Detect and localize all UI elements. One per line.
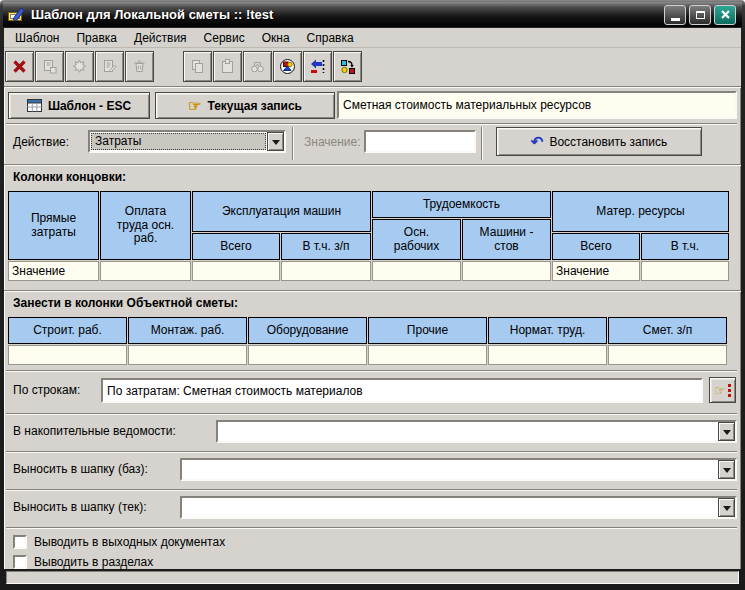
- app-window: Шаблон для Локальной сметы :: !test Шабл…: [0, 0, 745, 590]
- minimize-button[interactable]: [664, 5, 686, 25]
- current-record-button[interactable]: ☞ Текущая запись: [155, 92, 335, 119]
- cell-labor-pay-value[interactable]: [100, 261, 191, 281]
- output-sections-checkbox[interactable]: [13, 555, 27, 569]
- menu-item-edit[interactable]: Правка: [69, 29, 124, 47]
- value-input[interactable]: [364, 130, 476, 153]
- th-labor-group: Трудоемкость: [372, 191, 551, 218]
- cumulative-statements-label: В накопительные ведомости:: [13, 424, 176, 438]
- cell-equipment-value[interactable]: [248, 345, 367, 365]
- save-record-icon: [41, 58, 58, 75]
- ending-columns-table: Прямые затраты Оплата труда осн. раб. Эк…: [8, 191, 729, 281]
- section-ending-columns: Колонки концовки:: [4, 164, 741, 189]
- action-combobox[interactable]: Затраты: [88, 130, 286, 153]
- cell-machinists-value[interactable]: [462, 261, 551, 281]
- output-documents-checkbox[interactable]: [13, 535, 27, 549]
- chevron-down-icon: [723, 468, 731, 477]
- cell-materials-incl-value[interactable]: [641, 261, 729, 281]
- app-icon: [7, 6, 25, 23]
- chevron-down-icon: [272, 140, 280, 149]
- cell-machines-salary-value[interactable]: [281, 261, 371, 281]
- cell-normative-labor-value[interactable]: [488, 345, 607, 365]
- find-button[interactable]: [243, 51, 272, 82]
- copy-button[interactable]: [183, 51, 212, 82]
- paste-icon: [219, 58, 236, 75]
- template-esc-button[interactable]: Шаблон - ESC: [8, 92, 150, 119]
- minimize-icon: [671, 18, 680, 21]
- form-content: Шаблон - ESC ☞ Текущая запись Действие: …: [4, 86, 741, 569]
- edit-record-button[interactable]: [95, 51, 124, 82]
- by-rows-picker-button[interactable]: ☞: [709, 377, 736, 403]
- th-machines-total: Всего: [192, 233, 280, 260]
- cumulative-statements-combobox[interactable]: [216, 420, 737, 443]
- titlebar: Шаблон для Локальной сметы :: !test: [3, 2, 742, 27]
- paste-button[interactable]: [213, 51, 242, 82]
- cell-estimate-salary-value[interactable]: [608, 345, 727, 365]
- record-value-field[interactable]: [337, 91, 737, 119]
- action-combobox-arrow-button[interactable]: [267, 132, 284, 151]
- divider: [292, 127, 294, 160]
- cell-direct-costs-value[interactable]: Значение: [8, 261, 99, 281]
- th-installation-works: Монтаж. раб.: [128, 317, 247, 344]
- divider: [6, 123, 737, 125]
- output-documents-label: Выводить в выходных документах: [34, 535, 225, 549]
- by-rows-input[interactable]: [101, 378, 703, 403]
- trash-icon: [131, 58, 148, 75]
- window-title: Шаблон для Локальной сметы :: !test: [31, 7, 664, 22]
- divider: [481, 127, 483, 160]
- reorder-button[interactable]: [333, 51, 362, 82]
- table-icon: [27, 99, 42, 112]
- menu-item-service[interactable]: Сервис: [197, 29, 252, 47]
- th-machines-group: Эксплуатация машин: [192, 191, 371, 232]
- th-materials-group: Матер. ресурсы: [552, 191, 729, 232]
- action-label: Действие:: [13, 135, 69, 149]
- cumulative-statements-value: [219, 423, 717, 440]
- create-record-button[interactable]: [65, 51, 94, 82]
- by-rows-label: По строкам:: [13, 383, 80, 397]
- maximize-button[interactable]: [689, 5, 711, 25]
- cumulative-statements-arrow-button[interactable]: [718, 422, 735, 441]
- th-materials-total: Всего: [552, 233, 640, 260]
- delete-icon: [11, 58, 28, 75]
- current-record-label: Текущая запись: [207, 99, 302, 113]
- header-base-value: [183, 461, 717, 478]
- close-button[interactable]: [714, 5, 736, 25]
- section-ending-columns-title: Колонки концовки:: [13, 170, 126, 184]
- th-materials-incl: В т.ч.: [641, 233, 729, 260]
- header-current-combobox[interactable]: [180, 496, 737, 519]
- find-icon: [249, 58, 266, 75]
- cell-installation-works-value[interactable]: [128, 345, 247, 365]
- colors-button[interactable]: [273, 51, 302, 82]
- cell-materials-total-value[interactable]: Значение: [552, 261, 640, 281]
- th-construction-works: Строит. раб.: [8, 317, 127, 344]
- value-label: Значение:: [304, 135, 361, 149]
- cell-main-workers-value[interactable]: [372, 261, 461, 281]
- th-estimate-salary: Смет. з/п: [608, 317, 727, 344]
- delete-button[interactable]: [5, 51, 34, 82]
- menu-item-template[interactable]: Шаблон: [8, 29, 66, 47]
- red-dots-icon: [728, 384, 731, 387]
- header-current-value: [183, 499, 717, 516]
- th-equipment: Оборудование: [248, 317, 367, 344]
- divider: [6, 527, 737, 529]
- header-base-arrow-button[interactable]: [718, 460, 735, 479]
- filter-button[interactable]: [303, 51, 332, 82]
- cell-machines-total-value[interactable]: [192, 261, 280, 281]
- divider: [6, 451, 737, 453]
- create-record-icon: [71, 58, 88, 75]
- delete-record-button[interactable]: [125, 51, 154, 82]
- menu-bar: Шаблон Правка Действия Сервис Окна Справ…: [4, 28, 741, 48]
- menu-item-actions[interactable]: Действия: [127, 29, 194, 47]
- menu-item-help[interactable]: Справка: [300, 29, 361, 47]
- restore-record-button[interactable]: ↶ Восстановить запись: [496, 127, 702, 156]
- status-bar: [6, 571, 739, 584]
- header-base-combobox[interactable]: [180, 458, 737, 481]
- cell-construction-works-value[interactable]: [8, 345, 127, 365]
- header-current-arrow-button[interactable]: [718, 498, 735, 517]
- header-base-label: Выносить в шапку (баз):: [13, 462, 148, 476]
- save-record-button[interactable]: [35, 51, 64, 82]
- output-sections-label: Выводить в разделах: [34, 555, 153, 569]
- cell-other-value[interactable]: [368, 345, 487, 365]
- close-icon: [720, 9, 731, 20]
- th-other: Прочие: [368, 317, 487, 344]
- menu-item-windows[interactable]: Окна: [255, 29, 297, 47]
